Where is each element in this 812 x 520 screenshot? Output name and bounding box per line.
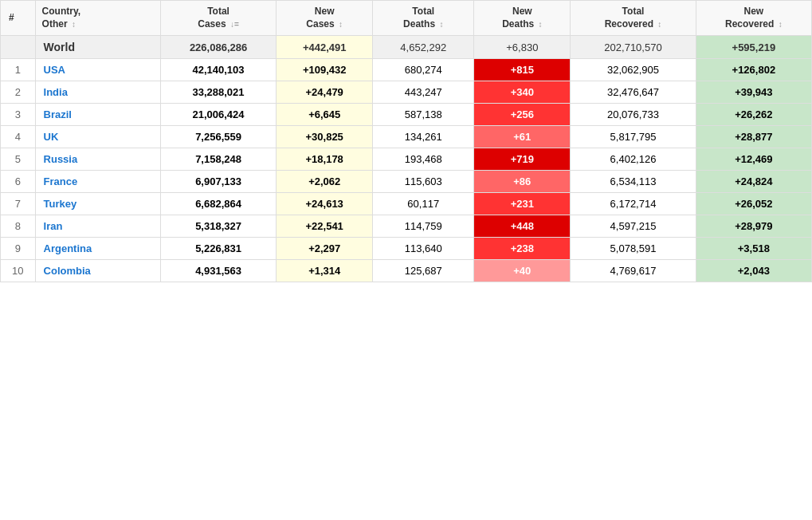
total-cases-cell: 21,006,424 [160, 104, 276, 126]
world-new-deaths: +6,830 [474, 36, 571, 59]
country-cell[interactable]: Iran [35, 215, 160, 238]
total-deaths-cell: 113,640 [373, 238, 474, 260]
country-link[interactable]: India [44, 86, 68, 98]
sort-icon-new-recovered[interactable]: ↕ [779, 20, 783, 29]
new-deaths-cell: +340 [474, 81, 571, 104]
table-row: 9 Argentina 5,226,831 +2,297 113,640 +23… [1, 238, 812, 260]
country-link[interactable]: USA [44, 64, 65, 76]
country-link[interactable]: Argentina [44, 242, 92, 254]
table-row: 6 France 6,907,133 +2,062 115,603 +86 6,… [1, 171, 812, 193]
new-cases-cell: +30,825 [277, 126, 373, 148]
new-deaths-cell: +238 [474, 238, 571, 260]
col-header-total-deaths[interactable]: TotalDeaths ↕ [373, 1, 474, 36]
total-cases-cell: 5,226,831 [160, 238, 276, 260]
country-cell[interactable]: USA [35, 59, 160, 81]
country-cell[interactable]: India [35, 81, 160, 104]
world-total-recovered: 202,710,570 [571, 36, 696, 59]
total-cases-cell: 5,318,327 [160, 215, 276, 238]
total-recovered-cell: 5,078,591 [571, 238, 696, 260]
new-deaths-cell: +815 [474, 59, 571, 81]
country-cell[interactable]: Argentina [35, 238, 160, 260]
new-recovered-cell: +39,943 [696, 81, 811, 104]
country-link[interactable]: Brazil [44, 108, 72, 120]
new-recovered-cell: +28,877 [696, 126, 811, 148]
new-deaths-cell: +256 [474, 104, 571, 126]
sort-icon-total-deaths[interactable]: ↕ [439, 20, 443, 29]
new-cases-cell: +2,297 [277, 238, 373, 260]
new-cases-cell: +6,645 [277, 104, 373, 126]
new-cases-cell: +18,178 [277, 148, 373, 171]
total-cases-cell: 7,256,559 [160, 126, 276, 148]
new-recovered-cell: +3,518 [696, 238, 811, 260]
country-cell[interactable]: UK [35, 126, 160, 148]
country-cell[interactable]: France [35, 171, 160, 193]
covid-table: # Country,Other ↕ TotalCases ↓= NewCases… [0, 0, 812, 282]
country-link[interactable]: Turkey [44, 198, 77, 210]
new-deaths-cell: +719 [474, 148, 571, 171]
world-country: World [35, 36, 160, 59]
col-header-rank[interactable]: # [1, 1, 36, 36]
world-row: World 226,086,286 +442,491 4,652,292 +6,… [1, 36, 812, 59]
country-link[interactable]: Russia [44, 153, 78, 165]
country-cell[interactable]: Turkey [35, 193, 160, 215]
table-row: 1 USA 42,140,103 +109,432 680,274 +815 3… [1, 59, 812, 81]
world-new-cases: +442,491 [277, 36, 373, 59]
new-recovered-cell: +2,043 [696, 260, 811, 282]
new-recovered-cell: +26,052 [696, 193, 811, 215]
col-header-new-recovered[interactable]: NewRecovered ↕ [696, 1, 811, 36]
total-cases-cell: 7,158,248 [160, 148, 276, 171]
new-recovered-cell: +126,802 [696, 59, 811, 81]
rank-cell: 7 [1, 193, 36, 215]
table-row: 10 Colombia 4,931,563 +1,314 125,687 +40… [1, 260, 812, 282]
table-row: 8 Iran 5,318,327 +22,541 114,759 +448 4,… [1, 215, 812, 238]
new-cases-cell: +22,541 [277, 215, 373, 238]
new-deaths-cell: +448 [474, 215, 571, 238]
total-cases-cell: 42,140,103 [160, 59, 276, 81]
rank-cell: 6 [1, 171, 36, 193]
sort-icon-total-recovered[interactable]: ↕ [657, 20, 661, 29]
total-recovered-cell: 4,597,215 [571, 215, 696, 238]
sort-icon-total-cases[interactable]: ↓= [230, 20, 239, 29]
total-cases-cell: 6,907,133 [160, 171, 276, 193]
col-header-total-cases[interactable]: TotalCases ↓= [160, 1, 276, 36]
country-cell[interactable]: Colombia [35, 260, 160, 282]
table-row: 2 India 33,288,021 +24,479 443,247 +340 … [1, 81, 812, 104]
col-header-total-recovered[interactable]: TotalRecovered ↕ [571, 1, 696, 36]
total-recovered-cell: 6,534,113 [571, 171, 696, 193]
new-deaths-cell: +231 [474, 193, 571, 215]
country-cell[interactable]: Russia [35, 148, 160, 171]
total-deaths-cell: 134,261 [373, 126, 474, 148]
rank-cell: 10 [1, 260, 36, 282]
country-link[interactable]: France [44, 175, 78, 187]
col-header-country[interactable]: Country,Other ↕ [35, 1, 160, 36]
col-header-new-deaths[interactable]: NewDeaths ↕ [474, 1, 571, 36]
new-cases-cell: +24,613 [277, 193, 373, 215]
rank-cell: 8 [1, 215, 36, 238]
total-cases-cell: 4,931,563 [160, 260, 276, 282]
sort-icon-new-deaths[interactable]: ↕ [538, 20, 542, 29]
rank-cell: 2 [1, 81, 36, 104]
total-cases-cell: 6,682,864 [160, 193, 276, 215]
new-deaths-cell: +61 [474, 126, 571, 148]
world-total-deaths: 4,652,292 [373, 36, 474, 59]
total-deaths-cell: 443,247 [373, 81, 474, 104]
new-recovered-cell: +24,824 [696, 171, 811, 193]
total-deaths-cell: 60,117 [373, 193, 474, 215]
total-deaths-cell: 125,687 [373, 260, 474, 282]
total-cases-cell: 33,288,021 [160, 81, 276, 104]
col-header-new-cases[interactable]: NewCases ↕ [277, 1, 373, 36]
world-new-recovered: +595,219 [696, 36, 811, 59]
total-deaths-cell: 680,274 [373, 59, 474, 81]
total-recovered-cell: 6,402,126 [571, 148, 696, 171]
table-row: 7 Turkey 6,682,864 +24,613 60,117 +231 6… [1, 193, 812, 215]
sort-icon-new-cases[interactable]: ↕ [339, 20, 343, 29]
country-cell[interactable]: Brazil [35, 104, 160, 126]
country-link[interactable]: UK [44, 131, 59, 143]
total-recovered-cell: 20,076,733 [571, 104, 696, 126]
sort-icon-country[interactable]: ↕ [72, 20, 76, 29]
country-link[interactable]: Colombia [44, 265, 91, 277]
table-row: 4 UK 7,256,559 +30,825 134,261 +61 5,817… [1, 126, 812, 148]
country-link[interactable]: Iran [44, 220, 63, 232]
new-recovered-cell: +12,469 [696, 148, 811, 171]
total-deaths-cell: 193,468 [373, 148, 474, 171]
